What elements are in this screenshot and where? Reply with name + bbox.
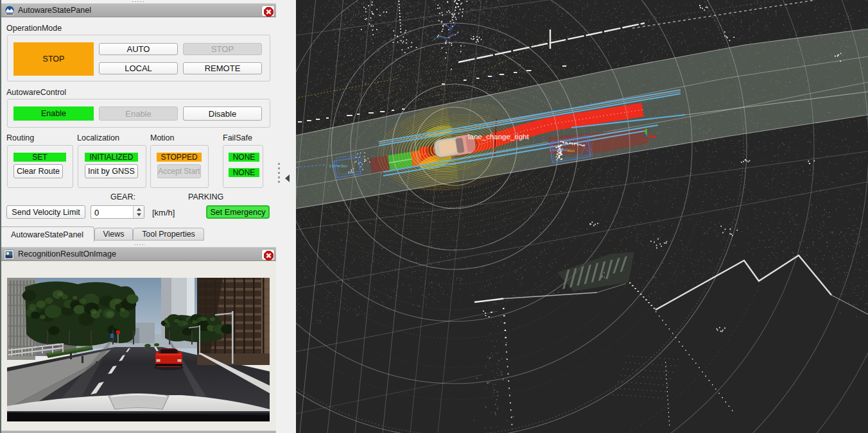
svg-text:0 4040414#0: 0 4040414#0 <box>550 148 568 152</box>
svg-text:0 87/*#<5%>: 0 87/*#<5%> <box>329 164 348 168</box>
svg-text:#0u0: #0u0 <box>568 149 575 153</box>
svg-text:lane_change_right: lane_change_right <box>468 133 529 140</box>
